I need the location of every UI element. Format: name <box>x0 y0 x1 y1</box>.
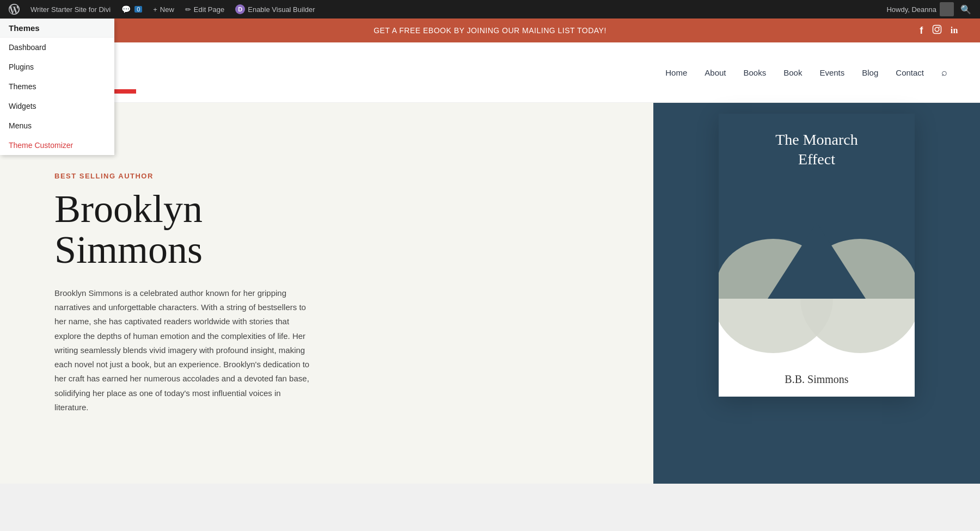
comment-icon: 💬 <box>121 5 131 14</box>
social-icons: f in <box>920 24 958 36</box>
svg-point-1 <box>935 27 939 32</box>
hero-title-line2: Simmons <box>54 228 203 271</box>
instagram-icon[interactable] <box>932 24 942 36</box>
howdy-section: Howdy, Deanna <box>886 2 954 16</box>
hero-description: Brooklyn Simmons is a celebrated author … <box>54 286 316 415</box>
book-title-line1: The Monarch <box>775 131 858 148</box>
svg-rect-0 <box>933 26 941 34</box>
nav-item-about[interactable]: About <box>705 68 726 77</box>
facebook-icon[interactable]: f <box>920 25 923 36</box>
divi-icon: D <box>235 4 245 14</box>
comments-item[interactable]: 💬 0 <box>117 0 146 18</box>
hero-section: BEST SELLING AUTHOR Brooklyn Simmons Bro… <box>0 103 980 484</box>
banner-text: GET A FREE EBOOK BY JOINING OUR MAILING … <box>373 26 607 35</box>
hero-title: Brooklyn Simmons <box>54 189 610 271</box>
new-label: New <box>160 5 174 14</box>
book-cover: The Monarch Effect <box>719 114 915 299</box>
dropdown-item-widgets[interactable]: Widgets <box>0 96 114 116</box>
site-name-label: Writer Starter Site for Divi <box>30 5 111 14</box>
book-card: The Monarch Effect <box>719 114 915 397</box>
main-nav: Home About Books Book Events Blog Contac… <box>665 67 947 78</box>
book-bottom: B.B. Simmons <box>719 299 915 397</box>
edit-page-label: Edit Page <box>194 5 224 14</box>
admin-search-icon[interactable]: 🔍 <box>956 4 976 15</box>
svg-point-7 <box>800 299 915 353</box>
nav-item-book[interactable]: Book <box>783 68 802 77</box>
dropdown-item-themes[interactable]: Themes <box>0 77 114 96</box>
svg-point-2 <box>939 27 940 28</box>
enable-vb-label: Enable Visual Builder <box>248 5 315 14</box>
new-icon: + <box>153 5 157 14</box>
dropdown-item-menus[interactable]: Menus <box>0 116 114 135</box>
top-banner: GET A FREE EBOOK BY JOINING OUR MAILING … <box>0 18 980 42</box>
nav-search-icon[interactable]: ⌕ <box>941 67 947 78</box>
dropdown-heading: Themes <box>0 19 114 38</box>
book-title-line2: Effect <box>798 151 835 168</box>
admin-bar: Writer Starter Site for Divi 💬 0 + New ✏… <box>0 0 980 18</box>
howdy-text: Howdy, Deanna <box>886 5 936 14</box>
hero-book-area: The Monarch Effect <box>653 103 980 484</box>
comment-count: 0 <box>134 6 142 13</box>
wp-logo-item[interactable] <box>4 0 24 18</box>
dropdown-item-theme-customizer[interactable]: Theme Customizer <box>0 135 114 155</box>
new-item[interactable]: + New <box>149 0 179 18</box>
cover-shapes <box>719 190 915 299</box>
nav-item-books[interactable]: Books <box>744 68 767 77</box>
nav-item-blog[interactable]: Blog <box>862 68 878 77</box>
book-author: B.B. Simmons <box>719 373 915 386</box>
book-title: The Monarch Effect <box>775 130 858 170</box>
hero-subtitle: BEST SELLING AUTHOR <box>54 172 610 180</box>
linkedin-icon[interactable]: in <box>951 26 958 35</box>
site-name-item[interactable]: Writer Starter Site for Divi <box>26 0 115 18</box>
nav-item-home[interactable]: Home <box>665 68 687 77</box>
hero-title-line1: Brooklyn <box>54 187 203 231</box>
hero-content: BEST SELLING AUTHOR Brooklyn Simmons Bro… <box>0 103 653 484</box>
user-avatar <box>940 2 954 16</box>
edit-page-item[interactable]: ✏ Edit Page <box>181 0 229 18</box>
cover-svg <box>719 190 915 299</box>
dropdown-item-dashboard[interactable]: Dashboard <box>0 38 114 57</box>
edit-icon: ✏ <box>185 5 191 14</box>
nav-item-contact[interactable]: Contact <box>896 68 924 77</box>
wp-logo-icon <box>9 4 20 15</box>
enable-vb-item[interactable]: D Enable Visual Builder <box>231 0 319 18</box>
themes-dropdown: Themes Dashboard Plugins Themes Widgets … <box>0 18 114 155</box>
dropdown-item-plugins[interactable]: Plugins <box>0 57 114 77</box>
nav-item-events[interactable]: Events <box>819 68 844 77</box>
book-bottom-svg <box>719 299 915 386</box>
